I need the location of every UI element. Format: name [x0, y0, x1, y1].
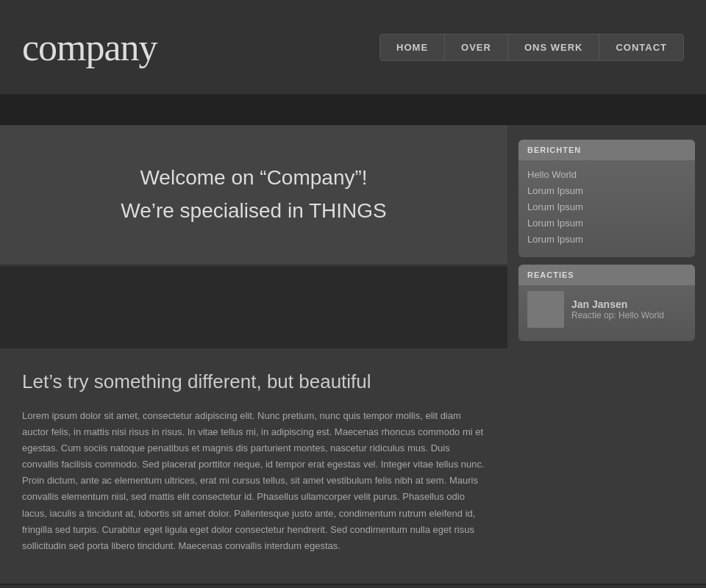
main-nav: HOME OVER ONS WERK CONTACT	[379, 34, 684, 61]
article-body: Lorem ipsum dolor sit amet, consectetur …	[22, 408, 485, 554]
header: company HOME OVER ONS WERK CONTACT	[0, 0, 706, 96]
nav-home[interactable]: HOME	[380, 35, 445, 60]
list-item[interactable]: Lorum Ipsum	[527, 215, 686, 231]
article-heading: Let’s try something different, but beaut…	[22, 370, 485, 393]
reactie-item: Jan Jansen Reactie op: Hello World	[518, 285, 695, 334]
berichten-widget: BERICHTEN Hello World Lorum Ipsum Lorum …	[518, 140, 695, 257]
berichten-list: Hello World Lorum Ipsum Lorum Ipsum Loru…	[518, 160, 695, 250]
content-area: Let’s try something different, but beaut…	[0, 348, 706, 584]
reactie-text: Jan Jansen Reactie op: Hello World	[571, 298, 664, 320]
sidebar-bottom-spacer	[507, 348, 706, 584]
berichten-header: BERICHTEN	[518, 140, 695, 160]
nav-over[interactable]: OVER	[445, 35, 508, 60]
list-item[interactable]: Lorum Ipsum	[527, 231, 686, 247]
reactie-reply: Reactie op: Hello World	[571, 310, 664, 320]
welcome-heading: Welcome on “Company”! We’re specialised …	[22, 162, 485, 228]
nav-contact[interactable]: CONTACT	[599, 35, 683, 60]
hero-strip	[0, 96, 706, 125]
logo: company	[22, 26, 157, 69]
list-item[interactable]: Lorum Ipsum	[527, 182, 686, 198]
main-content: Let’s try something different, but beaut…	[0, 348, 507, 584]
list-item[interactable]: Hello World	[527, 166, 686, 182]
avatar	[527, 291, 564, 328]
welcome-block: Welcome on “Company”! We’re specialised …	[0, 125, 507, 267]
list-item[interactable]: Lorum Ipsum	[527, 198, 686, 215]
reacties-header: REACTIES	[518, 265, 695, 285]
nav-ons-werk[interactable]: ONS WERK	[508, 35, 600, 60]
welcome-section: Welcome on “Company”! We’re specialised …	[0, 125, 706, 348]
footer: (c) Copyright THIS COMPANY 2011-2012, Al…	[0, 584, 706, 588]
reactie-author: Jan Jansen	[571, 298, 664, 310]
reacties-widget: REACTIES Jan Jansen Reactie op: Hello Wo…	[518, 265, 695, 341]
